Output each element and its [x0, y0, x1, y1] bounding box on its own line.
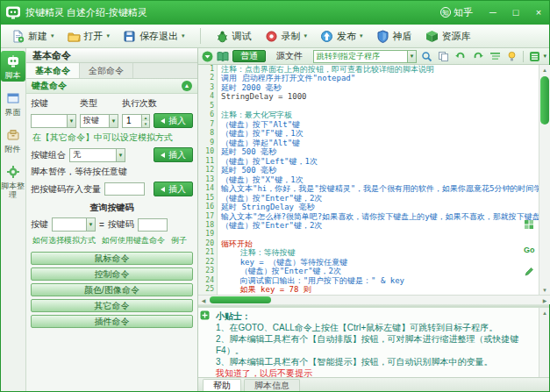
code-line[interactable]: 24 向调试窗口输出："用户按下的键是：" & key [198, 276, 539, 285]
command-category-button[interactable]: 插件命令 [31, 315, 193, 328]
snippet-grid-icon[interactable] [524, 219, 534, 232]
code-line[interactable]: 23 （键盘）按"Enter"键，2次 [198, 267, 539, 275]
auto-format-icon[interactable] [489, 51, 501, 62]
save-exit-button[interactable]: 保存退出 ▾ [117, 27, 191, 46]
scroll-right-icon[interactable]: ▶ [539, 296, 550, 304]
help-link[interactable]: 例子 [171, 235, 187, 246]
open-button[interactable]: 打开 ▾ [61, 27, 117, 46]
code-line[interactable]: 13 （键盘）按"X"键，1次 [198, 175, 539, 184]
debug-button[interactable]: 调试 [210, 27, 258, 46]
tab-script-info[interactable]: 脚本信息 [244, 379, 300, 392]
query-keycode-output[interactable] [138, 218, 168, 232]
insert-arrow-icon [161, 153, 165, 158]
nav-item-ui[interactable]: 界面 [1, 88, 25, 118]
resources-button[interactable]: 资源库 [419, 27, 477, 46]
code-line[interactable]: 20 循环开始 [198, 239, 539, 248]
code-line[interactable]: 4 StringDelay = 1000 [198, 92, 539, 101]
scroll-left-icon[interactable]: ◀ [198, 296, 209, 304]
code-line[interactable]: 11 （键盘）按"Left"键，1次 [198, 157, 539, 166]
code-line[interactable]: 3 延时 2000 毫秒 [198, 83, 539, 92]
type-select[interactable]: 按键▼ [80, 114, 118, 128]
keycode-variable-input[interactable] [104, 182, 145, 196]
code-line[interactable]: 1 注释：点击界面右上角的按钮，即可查看比较详细的脚本说明 [198, 65, 539, 74]
collapse-section-icon[interactable]: ▲ [182, 81, 192, 91]
view-tab-normal[interactable]: 普通 [232, 50, 266, 62]
view-tab-source[interactable]: 源文件 [269, 50, 310, 62]
redo-icon[interactable] [472, 51, 484, 61]
expand-help-icon[interactable] [200, 310, 210, 322]
code-line[interactable]: 15 （键盘）按"Enter"键，2次 [198, 194, 539, 203]
code-line[interactable]: 14 输入文本"hi，你好，我是"按键精灵"，我是个很有用的软件，如果你愿意花5… [198, 184, 539, 193]
nav-item-script[interactable]: 脚本 [1, 51, 25, 82]
tab-help[interactable]: 帮助 [203, 379, 241, 392]
replace-icon[interactable] [438, 51, 449, 62]
collapse-panel-icon[interactable] [202, 51, 213, 62]
count-stepper[interactable]: 1 ▴▾ [122, 114, 150, 128]
titlebar-link[interactable]: 知 知乎 [440, 6, 473, 19]
editor-menu-icon[interactable] [529, 51, 540, 62]
shield-button[interactable]: 神盾 [370, 27, 418, 46]
key-combo-select[interactable]: 无▼ [69, 148, 125, 162]
nav-item-organize[interactable]: 脚本整理 [1, 161, 25, 201]
chevron-down-icon: ▾ [360, 32, 363, 39]
code-line[interactable]: 22 key = （键盘）等待按任意键 [198, 258, 539, 267]
goto-button[interactable]: Go [524, 246, 535, 254]
step-down-icon[interactable]: ▾ [142, 121, 149, 127]
code-line[interactable]: 7 （键盘）按下"Alt"键 [198, 120, 539, 129]
code-line[interactable]: 5 [198, 102, 539, 110]
pencil-icon[interactable] [524, 267, 534, 279]
record-button[interactable]: 录制 ▾ [259, 27, 314, 46]
key-select[interactable]: ▼ [31, 114, 76, 128]
help-scrollbar[interactable]: ▲ [539, 308, 550, 377]
stepper-arrows[interactable]: ▴▾ [141, 115, 149, 127]
maximize-button[interactable]: □ [504, 0, 527, 25]
minimize-button[interactable]: ─ [482, 0, 504, 25]
help-link[interactable]: 如何选择模拟方式 [32, 235, 96, 246]
chevron-down-icon[interactable]: ▾ [543, 53, 546, 60]
step-up-icon[interactable]: ▴ [142, 115, 149, 121]
code-line[interactable]: 17 输入文本"怎么样?很简单吧?如果喜欢，请你按下键盘上的y键，如果不喜欢，那… [198, 212, 539, 221]
keyboard-section-header[interactable]: 键盘命令 ▲ [26, 79, 197, 94]
code-line[interactable]: 6 注释：最大化写字板 [198, 110, 539, 119]
scroll-up-icon[interactable]: ▲ [539, 65, 550, 75]
command-category-button[interactable]: 鼠标命令 [31, 252, 193, 265]
vertical-scroll-thumb[interactable] [540, 76, 549, 125]
smart-hint-icon[interactable] [506, 51, 518, 62]
command-category-button[interactable]: 颜色/图像命令 [31, 283, 193, 296]
code-line[interactable]: 21 注释：等待按键 [198, 248, 539, 257]
code-line[interactable]: 9 （键盘）弹起"Alt"键 [198, 139, 539, 147]
tab-basic-commands[interactable]: 基本命令 [26, 63, 80, 78]
code-line[interactable]: 18 （键盘）按"Enter"键，2次 [198, 221, 539, 230]
chevron-down-icon: ▾ [304, 32, 308, 39]
new-button[interactable]: 新建 ▾ [5, 27, 61, 46]
dismiss-tips-link[interactable]: 我知道了，以后不要提示 [216, 367, 533, 377]
code-line[interactable]: 8 （键盘）按"F"键，1次 [198, 129, 539, 138]
scroll-up-icon[interactable]: ▲ [539, 308, 550, 317]
code-line[interactable]: 2 调用 启动程序并打开文件"notepad" [198, 74, 539, 82]
undo-icon[interactable] [454, 51, 467, 61]
publish-button[interactable]: 发布 ▾ [314, 27, 369, 46]
insert-key-button[interactable]: 插入 [154, 113, 193, 128]
find-icon[interactable] [421, 51, 432, 62]
command-category-button[interactable]: 控制命令 [31, 267, 193, 281]
scroll-down-icon[interactable]: ▼ [539, 285, 550, 295]
code-line[interactable]: 16 延时 StringDelay 毫秒 [198, 203, 539, 211]
command-category-button[interactable]: 其它命令 [31, 299, 193, 312]
close-button[interactable]: × [527, 0, 550, 25]
code-line[interactable]: 10 延时 500 毫秒 [198, 147, 539, 156]
horizontal-scroll-thumb[interactable] [210, 296, 271, 303]
query-key-select[interactable]: ▼ [52, 217, 96, 232]
book-icon[interactable] [217, 51, 229, 62]
insert-wait-button[interactable]: 插入 [154, 182, 193, 196]
code-line[interactable]: 25 如果 key = 78 则 [198, 285, 539, 294]
code-area[interactable]: 1 注释：点击界面右上角的按钮，即可查看比较详细的脚本说明 2 调用 启动程序并… [198, 65, 539, 295]
vertical-scrollbar[interactable]: ▲ ▼ [539, 65, 550, 295]
subroutine-select[interactable]: 跳转到指定子程序 ▼ [313, 50, 417, 63]
horizontal-scrollbar[interactable]: ◀ ▶ [198, 295, 550, 304]
tab-all-commands[interactable]: 全部命令 [80, 63, 133, 78]
code-line[interactable]: 12 延时 500 毫秒 [198, 166, 539, 175]
help-link[interactable]: 如何使用键盘命令 [102, 235, 165, 246]
nav-item-attachment[interactable]: 附件 [1, 125, 25, 155]
code-line[interactable]: 19 [198, 230, 539, 239]
insert-combo-button[interactable]: 插入 [154, 147, 193, 162]
